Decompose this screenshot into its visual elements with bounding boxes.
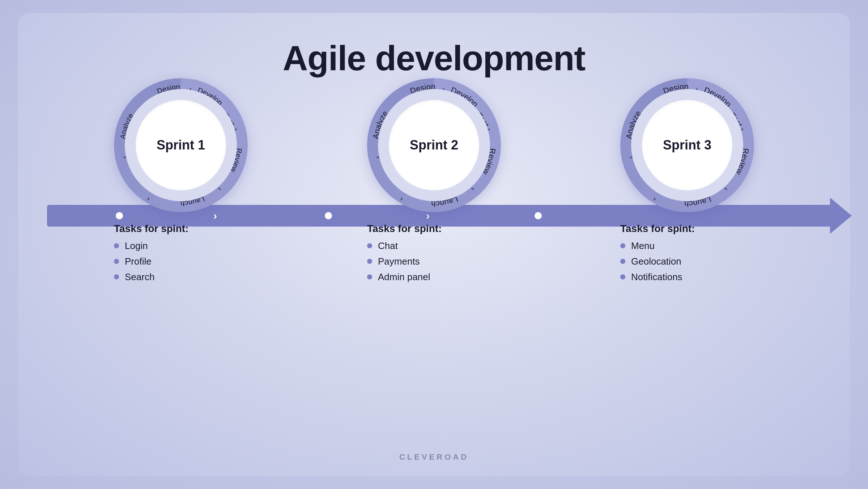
sprint-2-wrapper: Analyze Design Develop Test Review [367,78,501,287]
sprint-1-ring-middle: Sprint 1 [125,89,237,201]
task-bullet [367,243,372,248]
task-bullet [620,259,625,264]
sprint-2-task-2: Payments [367,256,501,267]
sprint-3-task-2: Geolocation [620,256,754,267]
page-title: Agile development [283,38,586,78]
task-bullet [367,259,372,264]
brand-label: CLEVEROAD [399,452,469,462]
sprint-3-task-3: Notifications [620,271,754,283]
sprint-2-ring-inner: Sprint 2 [389,100,479,190]
diagram-area: › › [18,78,850,476]
sprint-3-task-1: Menu [620,240,754,252]
sprint-2-ring: Analyze Design Develop Test Review [367,78,501,212]
task-bullet [114,243,119,248]
task-bullet [114,259,119,264]
sprint-2-label: Sprint 2 [410,138,458,153]
task-bullet [620,274,625,279]
sprint-1-wrapper: Analyze Design Develop Test [114,78,248,287]
sprint-1-tasks-title: Tasks for spint: [114,223,248,235]
sprint-3-ring-inner: Sprint 3 [642,100,732,190]
sprint-2-task-1: Chat [367,240,501,252]
sprint-2-tasks: Tasks for spint: Chat Payments Admin pan… [367,223,501,287]
sprint-1-label: Sprint 1 [157,138,205,153]
sprint-3-label: Sprint 3 [663,138,711,153]
sprint-1-task-3: Search [114,271,248,283]
sprint-1-task-2: Profile [114,256,248,267]
task-bullet [620,243,625,248]
sprint-3-ring-middle: Sprint 3 [631,89,743,201]
sprint-1-task-1: Login [114,240,248,252]
sprint-3-ring: Analyze Design Develop Test Review [620,78,754,212]
sprint-2-ring-middle: Sprint 2 [378,89,490,201]
sprint-2-tasks-title: Tasks for spint: [367,223,501,235]
ring-chevron: ‹ [652,195,657,203]
ring-chevron: ‹ [399,195,404,203]
sprint-2-task-3: Admin panel [367,271,501,283]
ring-chevron: ‹ [146,195,151,203]
sprint-1-ring-inner: Sprint 1 [136,100,226,190]
sprint-1-ring: Analyze Design Develop Test [114,78,248,212]
sprint-1-tasks: Tasks for spint: Login Profile Search [114,223,248,287]
sprint-3-wrapper: Analyze Design Develop Test Review [620,78,754,287]
sprint-3-tasks-title: Tasks for spint: [620,223,754,235]
slide: Agile development › › [18,13,850,476]
task-bullet [367,274,372,279]
sprint-3-tasks: Tasks for spint: Menu Geolocation Notifi… [620,223,754,287]
task-bullet [114,274,119,279]
sprints-row: Analyze Design Develop Test [18,78,850,287]
